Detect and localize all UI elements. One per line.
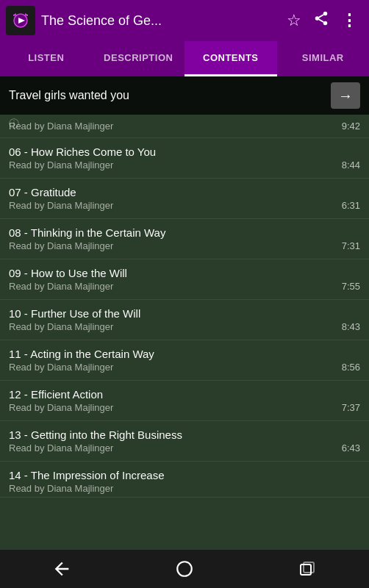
track-author: Read by Diana Majlinger [9, 159, 113, 171]
list-item[interactable]: 08 - Thinking in the Certain Way Read by… [0, 219, 369, 259]
track-title: 09 - How to Use the Will [9, 267, 360, 279]
list-item[interactable]: ⓘ Read by Diana Majlinger 9:42 [0, 115, 369, 138]
track-duration: 9:42 [342, 121, 360, 132]
app-bar: The Science of Ge... ☆ ⋮ [0, 0, 369, 41]
track-author: Read by Diana Majlinger [9, 321, 113, 332]
track-author: Read by Diana Majlinger [9, 402, 113, 413]
list-item[interactable]: 12 - Efficient Action Read by Diana Majl… [0, 381, 369, 421]
track-title: 13 - Getting into the Right Business [9, 429, 360, 441]
home-button[interactable] [162, 554, 207, 584]
track-duration: 8:43 [342, 321, 360, 332]
track-author: Read by Diana Majlinger [9, 200, 113, 211]
list-item[interactable]: 07 - Gratitude Read by Diana Majlinger 6… [0, 179, 369, 219]
share-icon[interactable] [307, 4, 335, 37]
track-title: 12 - Efficient Action [9, 388, 360, 401]
svg-point-3 [323, 12, 328, 16]
list-item[interactable]: 13 - Getting into the Right Business Rea… [0, 421, 369, 462]
list-item[interactable]: 14 - The Impression of Increase Read by … [0, 462, 369, 498]
list-item[interactable]: 09 - How to Use the Will Read by Diana M… [0, 259, 369, 300]
track-duration: 7:31 [342, 240, 360, 251]
back-button[interactable] [40, 554, 84, 584]
list-item[interactable]: 10 - Further Use of the Will Read by Dia… [0, 300, 369, 340]
track-author: Read by Diana Majlinger [9, 240, 113, 251]
track-duration: 6:43 [342, 442, 360, 453]
recents-button[interactable] [285, 554, 329, 584]
track-author: Read by Diana Majlinger [9, 121, 113, 132]
overflow-icon[interactable]: ⋮ [335, 5, 363, 36]
track-duration: 7:55 [342, 281, 360, 292]
track-duration: 7:37 [342, 402, 360, 413]
track-author: Read by Diana Majlinger [9, 483, 113, 494]
tab-description[interactable]: DESCRIPTION [93, 41, 185, 76]
now-playing-banner[interactable]: Travel girls wanted you → [0, 76, 369, 115]
track-author: Read by Diana Majlinger [9, 442, 113, 453]
track-title: 08 - Thinking in the Certain Way [9, 226, 360, 239]
tab-listen[interactable]: LISTEN [0, 41, 93, 76]
star-icon[interactable]: ☆ [281, 5, 307, 36]
svg-point-5 [323, 21, 328, 25]
list-item[interactable]: 06 - How Riches Come to You Read by Dian… [0, 138, 369, 179]
track-title: 14 - The Impression of Increase [9, 469, 360, 481]
track-author: Read by Diana Majlinger [9, 362, 113, 373]
now-playing-title: Travel girls wanted you [9, 89, 331, 102]
app-title: The Science of Ge... [41, 13, 281, 29]
track-title: 07 - Gratitude [9, 186, 360, 198]
svg-line-7 [319, 15, 323, 18]
track-author: Read by Diana Majlinger [9, 281, 113, 292]
svg-point-8 [177, 562, 192, 576]
tab-contents[interactable]: CONTENTS [184, 41, 277, 76]
track-duration: 8:44 [342, 159, 360, 171]
track-duration: 6:31 [342, 200, 360, 211]
arrow-icon: → [338, 87, 353, 104]
track-title: 10 - Further Use of the Will [9, 307, 360, 320]
track-duration: 8:56 [342, 362, 360, 373]
track-list: ⓘ Read by Diana Majlinger 9:42 06 - How … [0, 115, 369, 550]
list-item[interactable]: 11 - Acting in the Certain Way Read by D… [0, 340, 369, 381]
bottom-nav [0, 550, 369, 588]
svg-point-4 [315, 16, 320, 21]
track-title: 11 - Acting in the Certain Way [9, 348, 360, 360]
app-icon [6, 6, 35, 35]
svg-line-6 [319, 19, 323, 22]
now-playing-arrow[interactable]: → [331, 82, 360, 109]
tab-bar: LISTEN DESCRIPTION CONTENTS SIMILAR [0, 41, 369, 76]
track-title: 06 - How Riches Come to You [9, 146, 360, 158]
tab-similar[interactable]: SIMILAR [277, 41, 370, 76]
